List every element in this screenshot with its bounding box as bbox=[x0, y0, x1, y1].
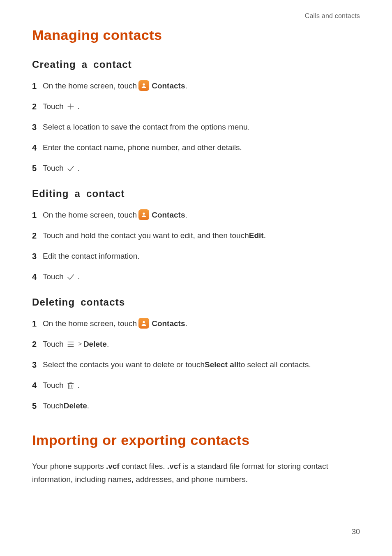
step-number: 5 bbox=[32, 400, 41, 412]
step-number: 4 bbox=[32, 142, 41, 153]
step-text: . bbox=[78, 101, 80, 112]
step-item: 5 Touch Delete . bbox=[32, 400, 360, 412]
step-item: 2 Touch and hold the contact you want to… bbox=[32, 230, 360, 241]
step-number: 2 bbox=[32, 338, 41, 350]
plus-icon bbox=[66, 102, 75, 111]
step-text: On the home screen, touch bbox=[43, 81, 137, 92]
step-bold: Delete bbox=[83, 339, 107, 350]
step-text: Touch bbox=[43, 163, 64, 174]
steps-creating-contact: 1 On the home screen, touch Contacts . 2… bbox=[32, 80, 360, 174]
step-text: . bbox=[107, 339, 109, 350]
trash-icon bbox=[66, 381, 75, 390]
step-text: . bbox=[78, 271, 80, 283]
paragraph-vcf: Your phone supports .vcf contact files. … bbox=[32, 460, 360, 486]
step-text: . bbox=[185, 81, 187, 92]
step-text: Select the contacts you want to delete o… bbox=[43, 359, 205, 371]
step-text: Touch bbox=[43, 401, 64, 412]
step-number: 3 bbox=[32, 359, 41, 371]
svg-point-0 bbox=[143, 83, 145, 86]
step-number: 3 bbox=[32, 121, 41, 133]
step-bold: Contacts bbox=[152, 81, 185, 92]
step-number: 2 bbox=[32, 101, 41, 112]
step-item: 3 Select a location to save the contact … bbox=[32, 121, 360, 133]
subheading-editing-contact: Editing a contact bbox=[32, 188, 360, 199]
svg-point-4 bbox=[143, 321, 145, 323]
step-item: 4 Enter the contact name, phone number, … bbox=[32, 142, 360, 153]
caret-icon: > bbox=[78, 340, 82, 348]
heading-importing-exporting: Importing or exporting contacts bbox=[32, 432, 360, 448]
step-bold: Contacts bbox=[152, 210, 185, 221]
contacts-app-icon bbox=[138, 209, 149, 220]
step-item: 1 On the home screen, touch Contacts . bbox=[32, 209, 360, 221]
step-text: . bbox=[264, 230, 266, 241]
paragraph-text: contact files. bbox=[120, 462, 167, 470]
step-number: 2 bbox=[32, 230, 41, 241]
step-text: Touch bbox=[43, 339, 64, 350]
paragraph-bold: .vcf bbox=[167, 462, 181, 470]
step-bold: Select all bbox=[205, 359, 238, 371]
step-item: 3 Edit the contact information. bbox=[32, 250, 360, 262]
step-text: . bbox=[78, 380, 80, 391]
check-icon bbox=[66, 164, 75, 173]
steps-deleting-contacts: 1 On the home screen, touch Contacts . 2… bbox=[32, 318, 360, 412]
step-bold: Contacts bbox=[152, 318, 185, 329]
contacts-app-icon bbox=[138, 318, 149, 329]
step-item: 5 Touch . bbox=[32, 162, 360, 174]
step-item: 2 Touch . bbox=[32, 101, 360, 112]
svg-rect-8 bbox=[68, 383, 73, 389]
step-text: On the home screen, touch bbox=[43, 318, 137, 329]
step-text: On the home screen, touch bbox=[43, 210, 137, 221]
menu-icon bbox=[66, 340, 75, 349]
step-text: to select all contacts. bbox=[238, 359, 311, 371]
step-bold: Delete bbox=[64, 401, 87, 412]
subheading-deleting-contacts: Deleting contacts bbox=[32, 297, 360, 308]
step-text: . bbox=[87, 401, 89, 412]
step-text: Edit the contact information. bbox=[43, 251, 140, 262]
step-number: 1 bbox=[32, 318, 41, 329]
page-number: 30 bbox=[352, 528, 360, 536]
step-text: Touch bbox=[43, 101, 64, 112]
step-text: . bbox=[185, 318, 187, 329]
step-text: Touch and hold the contact you want to e… bbox=[43, 230, 249, 241]
svg-point-3 bbox=[143, 213, 145, 215]
step-text: Select a location to save the contact fr… bbox=[43, 122, 250, 133]
step-number: 4 bbox=[32, 271, 41, 283]
steps-editing-contact: 1 On the home screen, touch Contacts . 2… bbox=[32, 209, 360, 283]
check-icon bbox=[66, 272, 75, 281]
step-text: Enter the contact name, phone number, an… bbox=[43, 142, 242, 153]
heading-managing-contacts: Managing contacts bbox=[32, 27, 360, 43]
step-bold: Edit bbox=[249, 230, 264, 241]
step-item: 1 On the home screen, touch Contacts . bbox=[32, 318, 360, 329]
step-item: 2 Touch > Delete . bbox=[32, 338, 360, 350]
step-text: Touch bbox=[43, 380, 64, 391]
paragraph-bold: .vcf bbox=[106, 462, 120, 470]
step-item: 4 Touch . bbox=[32, 380, 360, 391]
contacts-app-icon bbox=[138, 80, 149, 91]
step-number: 3 bbox=[32, 250, 41, 262]
step-item: 1 On the home screen, touch Contacts . bbox=[32, 80, 360, 92]
step-item: 3 Select the contacts you want to delete… bbox=[32, 359, 360, 371]
breadcrumb: Calls and contacts bbox=[32, 12, 360, 20]
step-number: 1 bbox=[32, 209, 41, 221]
step-text: . bbox=[185, 210, 187, 221]
step-text: . bbox=[78, 163, 80, 174]
step-number: 4 bbox=[32, 380, 41, 391]
step-item: 4 Touch . bbox=[32, 271, 360, 283]
step-number: 5 bbox=[32, 162, 41, 174]
step-number: 1 bbox=[32, 80, 41, 92]
subheading-creating-contact: Creating a contact bbox=[32, 59, 360, 70]
step-text: Touch bbox=[43, 271, 64, 283]
paragraph-text: Your phone supports bbox=[32, 462, 106, 470]
